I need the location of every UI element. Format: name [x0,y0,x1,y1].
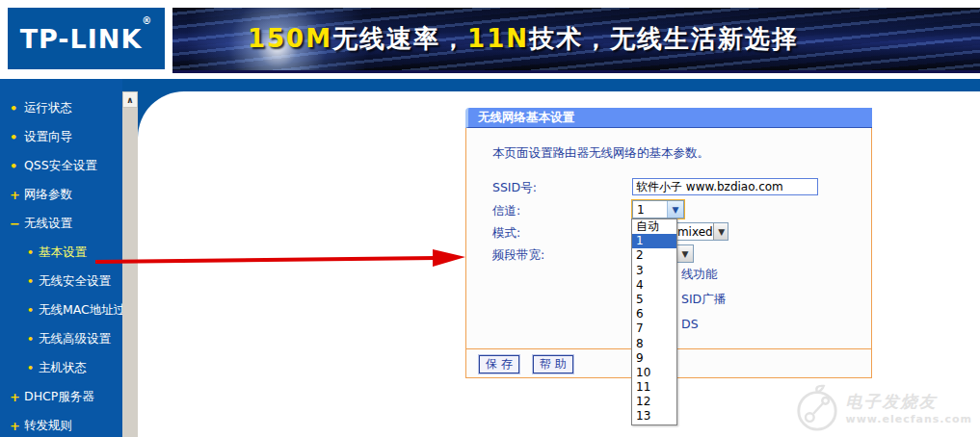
sidebar-item-setup-wizard[interactable]: •设置向导 [0,122,122,151]
channel-option[interactable]: 7 [632,321,676,336]
bullet-icon: • [27,304,39,317]
channel-option[interactable]: 5 [632,293,676,307]
logo-text: TP-LINK [20,24,143,54]
sidebar-item-label: 网络参数 [24,187,72,203]
sidebar-item-label: 无线安全设置 [39,273,111,290]
channel-option[interactable]: 12 [632,395,676,409]
sidebar-item-basic-settings[interactable]: •基本设置 [0,238,122,267]
collapse-minus-icon: − [10,217,24,231]
save-button[interactable]: 保 存 [479,355,519,373]
sidebar-item-wireless-advanced[interactable]: •无线高级设置 [0,324,122,353]
elecfans-logo-icon [794,383,840,433]
chevron-down-icon[interactable]: ▼ [713,223,728,240]
expand-plus-icon: + [10,390,24,404]
panel-intro-text: 本页面设置路由器无线网络的基本参数。 [492,145,709,162]
channel-option-selected[interactable]: 1 [632,234,676,248]
banner-part2: 无线速率， [332,24,467,53]
sidebar-item-forwarding-rules[interactable]: +转发规则 [0,411,122,437]
panel-title: 无线网络基本设置 [465,108,872,128]
help-button[interactable]: 帮 助 [533,355,573,373]
sidebar-item-network-params[interactable]: +网络参数 [0,180,122,209]
channel-option[interactable]: 6 [632,307,676,321]
chevron-down-icon[interactable]: ▼ [676,245,693,262]
channel-option[interactable]: 9 [632,351,676,366]
sidebar-item-label: 主机状态 [39,360,87,376]
channel-option[interactable]: 3 [632,264,676,278]
tp-link-logo: TP-LINK® [8,8,165,69]
sidebar-item-label: DHCP服务器 [24,389,94,405]
watermark-title: 电子发烧友 [846,391,972,413]
bullet-icon: • [10,130,24,144]
banner-highlight-150m: 150M [248,24,332,53]
sidebar-item-label: 转发规则 [24,418,72,434]
channel-select-value: 1 [633,203,667,217]
ssid-input[interactable] [632,178,818,195]
sidebar-item-label: 无线设置 [24,216,72,232]
chevron-down-icon[interactable]: ▼ [667,201,683,218]
ssid-broadcast-label-partial[interactable]: SID广播 [681,292,726,308]
channel-option[interactable]: 2 [632,248,676,263]
channel-select[interactable]: 1 ▼ [632,200,684,218]
bandwidth-label: 频段带宽: [492,247,544,264]
bullet-icon: • [10,101,24,116]
mode-label: 模式: [492,225,520,242]
watermark-url: www.elecfans.com [846,413,972,425]
banner-text: 150M无线速率，11N技术，无线生活新选择 [248,22,799,56]
promo-banner: 150M无线速率，11N技术，无线生活新选择 [172,8,980,73]
sidebar-item-label: 无线高级设置 [39,331,111,347]
sidebar-item-label: 基本设置 [39,244,87,261]
wds-label-partial[interactable]: DS [681,317,699,331]
bullet-icon: • [27,333,39,346]
sidebar-menu: •运行状态 •设置向导 •QSS安全设置 +网络参数 −无线设置 •基本设置 •… [0,79,122,437]
page-header: TP-LINK® 150M无线速率，11N技术，无线生活新选择 [0,0,980,79]
channel-option-auto[interactable]: 自动 [632,219,676,234]
sidebar-item-label: 运行状态 [24,100,72,116]
watermark-text: 电子发烧友 www.elecfans.com [846,391,972,425]
sidebar-item-wireless-settings[interactable]: −无线设置 [0,209,122,238]
scroll-up-icon: ∧ [126,95,133,105]
banner-highlight-11n: 11N [467,24,529,53]
registered-mark: ® [142,15,152,26]
bullet-icon: • [10,159,24,173]
channel-option[interactable]: 8 [632,337,676,351]
sidebar-item-label: 设置向导 [24,129,72,145]
expand-plus-icon: + [10,419,24,433]
sidebar-item-running-status[interactable]: •运行状态 [0,93,122,122]
sidebar-item-qss-security[interactable]: •QSS安全设置 [0,151,122,180]
bullet-icon: • [27,275,39,288]
bullet-icon: • [27,362,39,374]
sidebar-item-dhcp-server[interactable]: +DHCP服务器 [0,382,122,411]
bullet-icon: • [27,246,39,259]
scroll-up-button[interactable]: ∧ [122,91,138,108]
sidebar-item-mac-filter[interactable]: •无线MAC地址过滤 [0,296,122,324]
expand-plus-icon: + [10,188,24,202]
vertical-scrollbar[interactable]: ∧ [122,91,138,437]
enable-wireless-label-partial[interactable]: 线功能 [681,267,718,283]
channel-option[interactable]: 11 [632,380,676,395]
sidebar-item-label: 无线MAC地址过滤 [39,302,122,319]
watermark: 电子发烧友 www.elecfans.com [794,383,972,433]
router-admin-page: TP-LINK® 150M无线速率，11N技术，无线生活新选择 •运行状态 •设… [0,0,980,437]
channel-label: 信道: [492,203,520,219]
ssid-label: SSID号: [492,180,537,196]
sidebar-item-label: QSS安全设置 [24,158,97,174]
channel-option[interactable]: 4 [632,278,676,293]
sidebar-item-host-status[interactable]: •主机状态 [0,353,122,382]
channel-option[interactable]: 10 [632,366,676,380]
banner-part4: 技术，无线生活新选择 [529,24,799,53]
sidebar-item-wireless-security[interactable]: •无线安全设置 [0,267,122,296]
channel-dropdown-list: 自动 1 2 3 4 5 6 7 8 9 10 11 12 13 [631,218,677,425]
channel-option[interactable]: 13 [632,409,676,424]
